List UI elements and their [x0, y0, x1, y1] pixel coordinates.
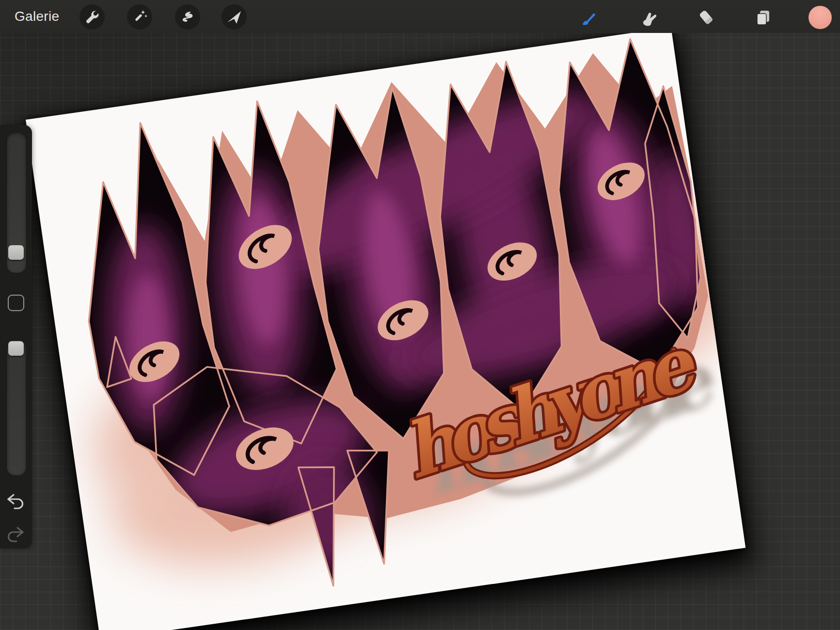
layers-icon — [753, 8, 773, 27]
actions-button[interactable] — [79, 4, 105, 30]
paint-tool-button[interactable] — [577, 6, 600, 29]
smudge-finger-icon — [639, 8, 658, 27]
modify-button[interactable] — [8, 295, 24, 311]
transform-button[interactable] — [222, 4, 247, 30]
erase-tool-button[interactable] — [695, 6, 717, 29]
wrench-icon — [82, 7, 102, 27]
color-swatch[interactable] — [808, 6, 832, 29]
s-ribbon-icon — [178, 7, 197, 27]
redo-button[interactable] — [5, 524, 26, 545]
brush-icon — [579, 8, 598, 27]
brush-opacity-slider[interactable] — [6, 339, 27, 476]
brush-opacity-handle[interactable] — [8, 341, 24, 356]
magic-wand-icon — [130, 7, 149, 27]
selection-button[interactable] — [175, 4, 200, 30]
side-toolbar — [0, 125, 32, 549]
brush-size-slider[interactable] — [6, 132, 27, 273]
layers-button[interactable] — [752, 6, 774, 29]
drawing-canvas[interactable]: hoshyone hoshyone — [26, 27, 745, 630]
gallery-button[interactable]: Galerie — [15, 9, 59, 24]
eraser-icon — [697, 8, 716, 27]
graffiti-artwork: hoshyone hoshyone — [26, 27, 745, 630]
adjustments-button[interactable] — [127, 4, 152, 30]
smudge-tool-button[interactable] — [637, 6, 660, 29]
top-toolbar: Galerie — [0, 0, 840, 33]
move-arrow-icon — [224, 7, 244, 27]
brush-size-handle[interactable] — [8, 245, 24, 260]
undo-button[interactable] — [5, 491, 26, 512]
